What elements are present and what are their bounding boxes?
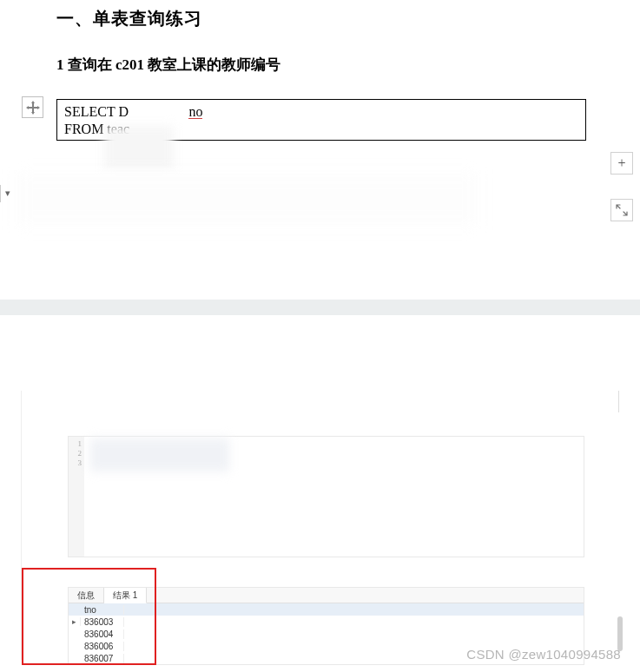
watermark: CSDN @zew1040994588	[466, 647, 621, 662]
section-title: 一、单表查询练习	[56, 7, 640, 30]
line-number: 2	[69, 449, 82, 458]
redaction-blur	[90, 438, 229, 471]
expand-icon[interactable]	[610, 199, 633, 221]
cell-value: 836006	[81, 642, 124, 651]
column-header[interactable]: tno	[81, 605, 124, 615]
tab-result[interactable]: 结果 1	[104, 588, 147, 603]
add-button[interactable]: +	[610, 152, 633, 175]
left-toolbar: ▾	[0, 182, 13, 204]
scrollbar-thumb[interactable]	[617, 616, 623, 651]
row-indicator-icon: ▸	[69, 617, 81, 626]
page-divider	[0, 300, 640, 315]
question-number: 1	[56, 56, 64, 73]
tab-info[interactable]: 信息	[69, 588, 104, 603]
redaction-blur	[104, 126, 174, 169]
cell-value: 836007	[81, 654, 124, 663]
redaction-blur	[17, 174, 478, 226]
result-tabs: 信息 结果 1	[69, 588, 584, 603]
lower-page-edge	[618, 391, 619, 412]
line-number: 1	[69, 439, 82, 449]
line-number: 3	[69, 458, 82, 468]
move-handle-icon[interactable]	[22, 96, 43, 118]
question-text: 查询在 c201 教室上课的教师编号	[68, 56, 281, 73]
table-row[interactable]: ▸ 836003	[69, 616, 584, 628]
separator	[0, 185, 1, 202]
chevron-down-icon[interactable]: ▾	[3, 182, 13, 204]
cell-value: 836003	[81, 617, 124, 627]
question-title: 1 查询在 c201 教室上课的教师编号	[56, 55, 640, 75]
code-fragment-underlined: no	[188, 106, 202, 119]
sql-editor[interactable]: 1 2 3	[68, 436, 584, 557]
right-toolbar: +	[610, 152, 633, 221]
line-number-gutter: 1 2 3	[69, 437, 84, 557]
cell-value: 836004	[81, 629, 124, 639]
grid-header-row: tno	[69, 603, 584, 616]
table-row[interactable]: 836004	[69, 628, 584, 640]
code-fragment: SELECT D	[64, 104, 129, 119]
